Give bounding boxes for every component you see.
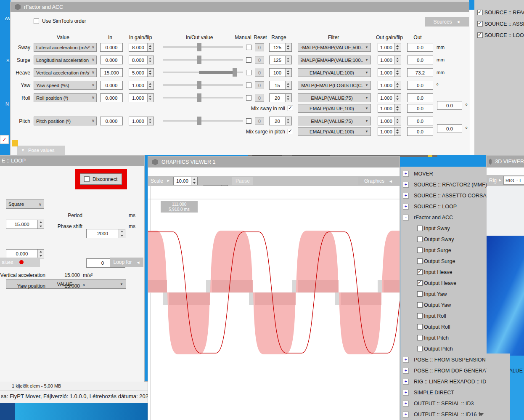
tree-child-item[interactable]: Output Yaw — [400, 300, 487, 311]
spinner-arrows[interactable] — [394, 56, 401, 64]
graphics-viewer-titlebar[interactable]: GRAPHICS VIEWER 1 — [148, 157, 400, 167]
plot-area[interactable] — [148, 186, 400, 420]
tree-module-item[interactable]: +MOVER — [400, 168, 487, 179]
tree-expander-button[interactable]: + — [403, 368, 409, 374]
tree-expander-button[interactable]: + — [403, 171, 409, 177]
slider-thumb[interactable] — [233, 68, 237, 77]
spinner-arrows[interactable] — [394, 81, 401, 89]
spinner-arrows[interactable] — [394, 94, 401, 102]
spinner-arrows[interactable] — [285, 81, 291, 89]
spinner-down-icon[interactable] — [287, 122, 289, 123]
spinner-down-icon[interactable] — [149, 61, 151, 62]
tree-expander-button[interactable]: + — [403, 379, 409, 385]
spinner-arrows[interactable] — [394, 104, 401, 112]
dof-value-select[interactable]: Roll position (º)∨ — [34, 93, 97, 102]
dof-inout-slider[interactable] — [163, 117, 243, 125]
mix-checkbox[interactable] — [288, 106, 293, 111]
spinner-arrows[interactable] — [394, 117, 401, 125]
spinner-down-icon[interactable] — [396, 86, 399, 88]
slider-thumb[interactable] — [197, 56, 201, 64]
spinner-arrows[interactable] — [147, 69, 153, 77]
spinner-up-icon[interactable] — [287, 83, 289, 85]
spinner-arrows[interactable] — [394, 43, 401, 51]
tree-child-item[interactable]: Input Surge — [400, 245, 487, 256]
tree-item-checkbox[interactable] — [417, 237, 423, 242]
tree-item-checkbox[interactable] — [417, 302, 423, 308]
dof-manual-checkbox[interactable] — [246, 45, 251, 50]
dof-out-gain-spinner[interactable]: 1.000 — [378, 43, 401, 52]
tree-item-checkbox[interactable] — [417, 335, 423, 340]
spinner-up-icon[interactable] — [149, 119, 151, 120]
disconnect-checkbox[interactable] — [84, 176, 90, 182]
spinner-arrows[interactable] — [147, 117, 153, 125]
waveform-select[interactable]: Square ∨ — [6, 199, 44, 209]
tree-item-checkbox[interactable] — [417, 313, 423, 319]
dof-manual-checkbox[interactable] — [246, 82, 251, 88]
spinner-up-icon[interactable] — [149, 45, 151, 47]
dof-in-gain-spinner[interactable]: 1.000 — [129, 81, 154, 90]
spinner-up-icon[interactable] — [396, 96, 399, 97]
spinner-down-icon[interactable] — [396, 122, 399, 123]
mix-checkbox[interactable] — [288, 129, 293, 134]
dof-filter-select[interactable]: EMALP(VALUE;75)▼ — [298, 117, 371, 125]
spinner-arrows[interactable] — [285, 117, 291, 125]
tree-item-checkbox[interactable] — [417, 346, 423, 351]
graphics-flyout-button[interactable]: Graphics ◄ — [358, 177, 399, 185]
spinner-up-icon[interactable] — [287, 45, 289, 47]
folder-icon[interactable] — [12, 140, 18, 146]
spinner-down-icon[interactable] — [287, 73, 289, 75]
expand-right-icon[interactable]: ► — [167, 178, 170, 183]
tree-expander-button[interactable]: - — [403, 215, 409, 221]
spinner-up-icon[interactable] — [287, 119, 289, 120]
tree-module-item[interactable]: +SOURCE :: ASSETTO CORSA (MM — [400, 190, 487, 201]
tree-child-item[interactable]: Output Sway — [400, 234, 487, 245]
spinner-arrows[interactable] — [285, 56, 291, 64]
tree-expander-button[interactable]: + — [403, 390, 409, 396]
rig-select[interactable]: RIG :: L — [503, 176, 524, 185]
spinner-up-icon[interactable] — [149, 70, 151, 72]
loop-for-flyout-button[interactable]: Loop for ◄ — [110, 258, 143, 267]
spinner-arrows[interactable] — [285, 43, 291, 51]
spinner-up-icon[interactable] — [396, 129, 399, 131]
dof-filter-select[interactable]: EMALP(EMAHP(VALUE;100...▼ — [298, 56, 371, 64]
spinner-up-icon[interactable] — [149, 83, 151, 85]
dof-in-gain-spinner[interactable]: 8.000 — [129, 56, 154, 64]
dof-range-spinner[interactable]: 125 — [269, 43, 292, 52]
dof-filter-select[interactable]: EMALP(VALUE;75)▼ — [298, 93, 371, 102]
dof-range-spinner[interactable]: 100 — [269, 68, 292, 77]
tree-expander-button[interactable]: + — [403, 401, 409, 407]
tree-item-checkbox[interactable] — [417, 324, 423, 330]
spinner-up-icon[interactable] — [396, 70, 399, 72]
dof-manual-checkbox[interactable] — [246, 95, 251, 101]
dof-value-select[interactable]: Pitch position (º)∨ — [34, 117, 97, 125]
tree-child-item[interactable]: Input Roll — [400, 311, 487, 322]
tree-scroll-down-arrow[interactable] — [479, 413, 484, 416]
dof-out-gain-spinner[interactable]: 1.000 — [378, 81, 401, 90]
dof-filter-select[interactable]: EMALP(VALUE;100)▼ — [298, 68, 371, 77]
dof-in-gain-spinner[interactable]: 1.000 — [129, 93, 154, 102]
dof-out-gain-spinner[interactable]: 1.000 — [378, 68, 401, 77]
mix-filter-select[interactable]: EMALP(VALUE;100)▼ — [298, 127, 371, 136]
viewer-3d-titlebar[interactable]: 3D VIEWER — [487, 156, 524, 167]
spinner-up-icon[interactable] — [396, 45, 399, 47]
mix-out-gain-spinner[interactable]: 1.000 — [378, 127, 401, 136]
amplitude-spinner[interactable]: 15.000 — [6, 220, 44, 229]
dof-reset-button[interactable]: 0 — [255, 69, 264, 77]
dof-value-select[interactable]: Longitudinal acceleration (r∨ — [34, 56, 97, 64]
expand-right-icon[interactable]: ► — [498, 178, 502, 182]
desktop-icon-label[interactable]: iW — [5, 16, 11, 21]
tree-item-checkbox[interactable] — [417, 247, 423, 253]
tree-item-checkbox[interactable] — [417, 280, 423, 286]
dof-range-spinner[interactable]: 15 — [269, 81, 292, 90]
dof-inout-slider[interactable] — [163, 81, 243, 89]
spinner-down-icon[interactable] — [396, 48, 399, 50]
dof-value-select[interactable]: Lateral acceleration (m/s²)∨ — [34, 43, 97, 52]
spinner-up-icon[interactable] — [287, 58, 289, 59]
slider-thumb[interactable] — [197, 117, 201, 125]
spinner-arrows[interactable] — [394, 128, 401, 136]
source-loop-titlebar[interactable]: E :: LOOP — [0, 156, 144, 166]
tree-child-item[interactable]: Input Yaw — [400, 289, 487, 300]
spinner-arrows[interactable] — [147, 81, 153, 89]
spinner-arrows[interactable] — [37, 220, 44, 229]
slider-thumb[interactable] — [197, 81, 201, 89]
